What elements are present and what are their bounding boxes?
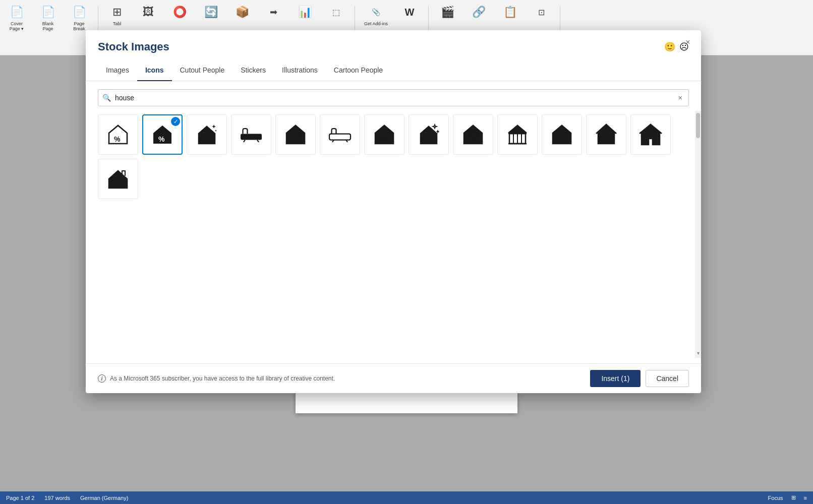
screenshot-icon: ⬚ — [328, 4, 344, 20]
tab-cartoon-people[interactable]: Cartoon People — [326, 62, 391, 81]
toolbar-wikipedia[interactable]: W — [397, 2, 422, 22]
tab-stickers[interactable]: Stickers — [233, 62, 274, 81]
svg-text:%: % — [158, 135, 165, 143]
tab-icons[interactable]: Icons — [137, 62, 172, 81]
status-focus-label[interactable]: Focus — [768, 495, 783, 501]
get-addins-label: Get Add-ins — [364, 21, 388, 26]
toolbar-cross-ref[interactable]: ⊡ — [529, 2, 554, 22]
search-input[interactable] — [115, 90, 676, 106]
toolbar-blank-page[interactable]: 📄 BlankPage — [35, 2, 61, 33]
status-layout-icon[interactable]: ⊞ — [791, 494, 796, 501]
icon-house-simple[interactable] — [542, 114, 582, 155]
links-icon: 🔗 — [471, 4, 487, 20]
status-words: 197 words — [44, 495, 70, 501]
toolbar-pictures[interactable]: 🖼 — [136, 2, 161, 22]
icon-house-heart-outline[interactable] — [453, 114, 493, 155]
cover-page-label: CoverPage ▾ — [10, 21, 24, 31]
chart-icon: 📊 — [297, 4, 313, 20]
toolbar-table[interactable]: ⊞ Tabl — [104, 2, 130, 28]
get-addins-icon: 📎 — [368, 4, 384, 20]
toolbar-shapes[interactable]: ⭕ — [167, 2, 192, 22]
tab-illustrations[interactable]: Illustrations — [274, 62, 326, 81]
toolbar-icons2[interactable]: 🔄 — [198, 2, 223, 22]
house-outline3-svg — [638, 122, 663, 147]
status-bar-right: Focus ⊞ ≡ — [768, 494, 807, 501]
search-clear-button[interactable]: × — [676, 92, 684, 104]
status-page-info: Page 1 of 2 — [6, 495, 34, 501]
toolbar-screenshot[interactable]: ⬚ — [323, 2, 349, 22]
toolbar-smartart[interactable]: ➡ — [261, 2, 286, 22]
blank-page-icon: 📄 — [40, 4, 56, 20]
tab-cutout-people[interactable]: Cutout People — [172, 62, 233, 81]
search-icon: 🔍 — [102, 94, 111, 102]
toolbar-page-break[interactable]: 📄 PageBreak — [67, 2, 92, 33]
status-bar: Page 1 of 2 197 words German (Germany) F… — [0, 491, 813, 504]
toolbar-chart[interactable]: 📊 — [292, 2, 317, 22]
icon-house-sparkle-outline[interactable] — [409, 114, 449, 155]
search-area: 🔍 × — [86, 81, 701, 114]
svg-rect-2 — [241, 134, 262, 140]
toolbar-video[interactable]: 🎬 — [435, 2, 460, 22]
footer-info: i As a Microsoft 365 subscriber, you hav… — [98, 374, 335, 383]
toolbar-get-addins[interactable]: 📎 Get Add-ins — [361, 2, 391, 28]
svg-line-4 — [257, 140, 259, 143]
stock-images-dialog: × Stock Images 🙂 ☹ Images Icons Cutout P… — [86, 30, 701, 393]
footer-buttons: Insert (1) Cancel — [590, 370, 689, 387]
house-heart-svg — [283, 122, 308, 147]
house-dog-svg — [372, 122, 396, 147]
scrollbar-thumb — [696, 113, 700, 138]
footer-info-text: As a Microsoft 365 subscriber, you have … — [110, 375, 335, 382]
page-break-label: PageBreak — [73, 21, 85, 31]
scrollbar-track[interactable]: ▾ — [695, 111, 701, 358]
icon-house-heart[interactable] — [275, 114, 316, 155]
wikipedia-icon: W — [401, 4, 418, 20]
cross-ref-icon: ⊡ — [533, 4, 549, 20]
icon-bathtub-outline[interactable] — [320, 114, 360, 155]
house-outline2-svg — [594, 122, 618, 147]
house-sparkle-outline-svg — [417, 122, 441, 147]
icon-house-sparkles[interactable] — [187, 114, 227, 155]
icon-house-outline3[interactable] — [630, 114, 671, 155]
cover-page-icon: 📄 — [9, 4, 25, 20]
dialog-close-button[interactable]: × — [682, 36, 694, 48]
table-label: Tabl — [113, 21, 122, 26]
status-view-icon[interactable]: ≡ — [804, 495, 807, 501]
house-columns-svg — [505, 122, 530, 147]
icon-bathtub[interactable] — [231, 114, 271, 155]
info-icon: i — [98, 374, 106, 383]
toolbar-bookmark[interactable]: 📋 — [497, 2, 522, 22]
house-heart-outline-svg — [461, 122, 485, 147]
dialog-footer: i As a Microsoft 365 subscriber, you hav… — [86, 363, 701, 393]
svg-line-3 — [244, 140, 245, 143]
icon-house-percent-filled[interactable]: ✓ % — [142, 114, 183, 155]
icon-house-outline2[interactable] — [586, 114, 626, 155]
cancel-button[interactable]: Cancel — [646, 370, 689, 387]
status-language: German (Germany) — [80, 495, 128, 501]
blank-page-label: BlankPage — [42, 21, 54, 31]
3d-icon: 📦 — [234, 4, 250, 20]
house-percent-svg: % — [106, 122, 130, 147]
page-break-icon: 📄 — [71, 4, 87, 20]
selected-checkmark: ✓ — [171, 117, 180, 126]
toolbar-links[interactable]: 🔗 — [466, 2, 491, 22]
icon-house-columns[interactable] — [497, 114, 538, 155]
icons-grid: % ✓ % — [86, 114, 701, 363]
video-icon: 🎬 — [439, 4, 455, 20]
svg-text:%: % — [114, 135, 121, 143]
icons2-icon: 🔄 — [203, 4, 219, 20]
toolbar-3d[interactable]: 📦 — [229, 2, 255, 22]
icon-house-dog-door[interactable] — [364, 114, 404, 155]
tab-images[interactable]: Images — [98, 62, 137, 81]
insert-button[interactable]: Insert (1) — [590, 370, 641, 387]
house-simple-svg — [550, 122, 574, 147]
table-icon: ⊞ — [109, 4, 125, 20]
smiley-icon: 🙂 — [664, 41, 675, 52]
toolbar-cover-page[interactable]: 📄 CoverPage ▾ — [4, 2, 29, 33]
icon-house-chimney[interactable] — [98, 159, 138, 199]
bathtub-svg — [239, 122, 263, 147]
search-input-wrapper: 🔍 × — [98, 89, 689, 106]
icon-house-percent[interactable]: % — [98, 114, 138, 155]
svg-rect-5 — [329, 134, 351, 140]
house-chimney-svg — [106, 167, 130, 191]
dialog-header: Stock Images 🙂 ☹ — [86, 30, 701, 53]
